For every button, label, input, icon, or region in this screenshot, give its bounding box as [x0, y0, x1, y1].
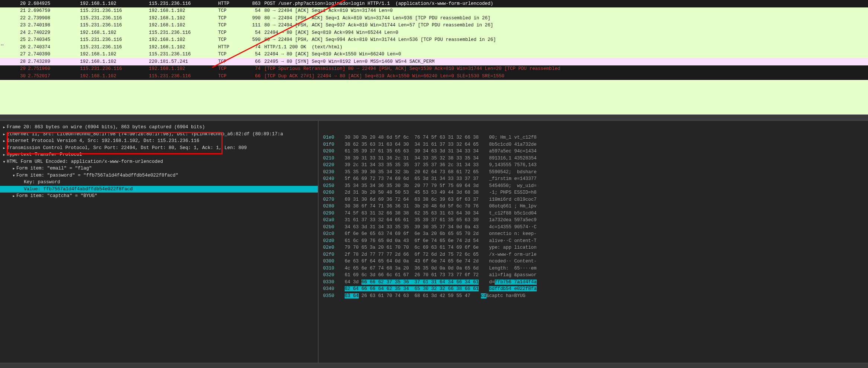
col-protocol: TCP — [218, 66, 244, 71]
hex-row[interactable]: 03006e 63 6f 64 65 64 0d 0a 43 6f 6e 74 … — [323, 258, 868, 265]
col-source: 115.231.236.116 — [80, 37, 149, 42]
hex-row[interactable]: 029074 5f 63 31 32 66 38 38 62 35 63 31 … — [323, 210, 868, 217]
hex-ascii: 891316,1 43528354 — [489, 156, 537, 161]
hex-offset: 0230 — [323, 170, 338, 175]
hex-row[interactable]: 02602d 31 3b 20 50 48 50 53 45 53 53 49 … — [323, 189, 868, 196]
col-protocol: HTTP — [218, 1, 244, 6]
col-no: 23 — [7, 23, 28, 28]
packet-row[interactable]: 282.743289192.168.1.102220.181.57.241TCP… — [0, 58, 868, 65]
hex-ascii: 5454650; wy_uid= — [489, 183, 537, 188]
tree-form-password[interactable]: ▾Form item: "password" = "ffb7567a1d4f4a… — [0, 172, 318, 179]
hex-row[interactable]: 01e030 30 3b 20 48 6d 5f 6c 76 74 5f 63 … — [323, 134, 868, 141]
hex-row[interactable]: 02c06f 6e 6e 65 63 74 69 6f 6e 3a 20 6b … — [323, 230, 868, 238]
tree-ethernet[interactable]: ▸Ethernet II, Src: LiteonTechno_8d:1f:98… — [0, 131, 318, 138]
hex-row[interactable]: 033064 3d 66 66 62 37 35 36 37 61 31 64 … — [323, 279, 868, 286]
tree-ip[interactable]: ▸Internet Protocol Version 4, Src: 192.1… — [0, 138, 318, 145]
hex-bytes: 35 35 39 30 35 34 32 3b 20 62 64 73 68 6… — [345, 170, 479, 175]
hex-ascii: 9,143555 7576,143 — [489, 162, 537, 168]
col-info: 80 → 22494 [PSH, ACK] Seq=1 Ack=810 Win=… — [263, 16, 868, 21]
hex-offset: 0310 — [323, 266, 338, 271]
col-info: 22495 → 80 [SYN] Seq=0 Win=8192 Len=0 MS… — [263, 59, 868, 64]
hex-ascii: 8b5c1cd0 41a732de — [489, 142, 537, 147]
col-info: [TCP Spurious Retransmission] 80 → 22494… — [263, 66, 868, 71]
hex-row[interactable]: 035063 64 26 63 61 70 74 63 68 61 3d 42 … — [323, 293, 868, 300]
packet-row[interactable]: 272.740390192.168.1.102115.231.236.116TC… — [0, 51, 868, 58]
hex-row[interactable]: 025035 34 35 34 36 35 30 3b 20 77 79 5f … — [323, 183, 868, 190]
hex-row[interactable]: 03104c 65 6e 67 74 68 3a 20 36 35 0d 0a … — [323, 265, 868, 272]
col-length: 66 — [244, 59, 263, 64]
hex-row[interactable]: 01f038 62 35 63 31 63 64 30 34 31 61 37 … — [323, 141, 868, 148]
hex-row[interactable]: 02405f 66 69 72 73 74 69 6d 65 3d 31 34 … — [323, 175, 868, 183]
packet-row[interactable]: 202.684925192.168.1.102115.231.236.116HT… — [0, 0, 868, 7]
packet-row[interactable]: 212.696759115.231.236.116192.168.1.102TC… — [0, 7, 868, 15]
col-time: 2.696759 — [28, 8, 80, 13]
caret-down-icon: ▾ — [1, 159, 7, 165]
hex-ascii: 4c=14355 90574··C — [489, 225, 537, 230]
hex-row[interactable]: 02e079 70 65 3a 20 61 70 70 6c 69 63 61 … — [323, 244, 868, 251]
col-info: 80 → 22494 [PSH, ACK] Seq=994 Ack=810 Wi… — [263, 37, 868, 42]
tree-http[interactable]: ▸Hypertext Transfer Protocol — [0, 151, 318, 158]
caret-right-icon: ▸ — [11, 193, 16, 199]
col-source: 192.168.1.102 — [80, 1, 149, 6]
tree-tcp[interactable]: ▸Transmission Control Protocol, Src Port… — [0, 145, 318, 152]
hex-offset: 02e0 — [323, 245, 338, 250]
col-destination: 192.168.1.102 — [149, 23, 218, 28]
hex-offset: 0340 — [323, 286, 338, 291]
col-destination: 192.168.1.102 — [149, 8, 218, 13]
packet-bytes-pane[interactable]: 01e030 30 3b 20 48 6d 5f 6c 76 74 5f 63 … — [318, 121, 868, 363]
col-protocol: TCP — [218, 16, 244, 21]
col-info: 22494 → 80 [ACK] Seq=810 Ack=1550 Win=66… — [263, 52, 868, 57]
tree-form-email[interactable]: ▸Form item: "email" = "flag" — [0, 165, 318, 172]
caret-down-icon: ▾ — [11, 172, 16, 178]
col-length: 74 — [244, 45, 263, 50]
hex-ascii: t_c12f88 b5c1cd04 — [489, 211, 537, 216]
hex-row[interactable]: 02d061 6c 69 76 65 0d 0a 43 6f 6e 74 65 … — [323, 238, 868, 245]
hex-bytes: 39 2c 31 34 33 35 35 35 37 35 37 36 2c 3… — [345, 162, 479, 168]
col-time: 2.740345 — [28, 37, 80, 42]
hex-row[interactable]: 02b034 63 3d 31 34 33 35 35 39 30 35 37 … — [323, 224, 868, 231]
hex-offset: 0330 — [323, 280, 338, 285]
col-source: 115.231.236.116 — [80, 66, 149, 71]
hex-row[interactable]: 027069 31 30 6d 69 36 72 64 63 38 6c 39 … — [323, 196, 868, 203]
hex-row[interactable]: 034062 64 66 66 64 62 35 34 65 30 32 32 … — [323, 285, 868, 293]
packet-row[interactable]: 252.740345115.231.236.116192.168.1.102TC… — [0, 36, 868, 44]
hex-row[interactable]: 022039 2c 31 34 33 35 35 35 37 35 37 36 … — [323, 162, 868, 169]
marker-arrow-icon: ↤ — [1, 42, 4, 48]
col-no: 22 — [7, 16, 28, 21]
hex-row[interactable]: 032061 69 6c 3d 66 6c 61 67 26 70 61 73 … — [323, 272, 868, 279]
tree-value-password[interactable]: Value: ffb7567a1d4f4abdffdb54e022f8facd — [0, 186, 318, 193]
hex-offset: 0270 — [323, 197, 338, 202]
packet-details-pane[interactable]: ▸Frame 20: 863 bytes on wire (6904 bits)… — [0, 121, 318, 363]
hex-row[interactable]: 021038 39 31 33 31 36 2c 31 34 33 35 32 … — [323, 155, 868, 162]
packet-row[interactable]: 242.740229192.168.1.102115.231.236.116TC… — [0, 29, 868, 36]
col-destination: 115.231.236.116 — [149, 52, 218, 57]
hex-offset: 02c0 — [323, 231, 338, 236]
packet-row[interactable]: 262.740374115.231.236.116192.168.1.102HT… — [0, 43, 868, 51]
packet-row[interactable]: 222.739908115.231.236.116192.168.1.102TC… — [0, 14, 868, 22]
hex-row[interactable]: 02a031 61 37 33 32 64 65 61 35 39 37 61 … — [323, 217, 868, 224]
hex-bytes: 35 34 35 34 36 35 30 3b 20 77 79 5f 75 6… — [345, 183, 479, 188]
tree-form-captcha[interactable]: ▸Form item: "captcha" = "BYUG" — [0, 193, 318, 200]
tree-key-password[interactable]: Key: password — [0, 179, 318, 186]
packet-list-pane[interactable]: 202.684925192.168.1.102115.231.236.116HT… — [0, 0, 868, 114]
tree-form-header[interactable]: ▾HTML Form URL Encoded: application/x-ww… — [0, 158, 318, 165]
hex-row[interactable]: 020061 35 39 37 61 35 65 63 39 34 63 3d … — [323, 148, 868, 155]
hex-row[interactable]: 02f02f 78 2d 77 77 77 2d 66 6f 72 6d 2d … — [323, 251, 868, 258]
hex-row[interactable]: 028030 38 6f 74 71 36 36 31 3b 20 48 6d … — [323, 203, 868, 210]
tree-frame[interactable]: ▸Frame 20: 863 bytes on wire (6904 bits)… — [0, 124, 318, 131]
hex-ascii: bdffdb54 e022f8fa — [489, 286, 537, 291]
packet-row[interactable]: 302.752017192.168.1.102115.231.236.116TC… — [0, 72, 868, 80]
col-destination: 192.168.1.102 — [149, 37, 218, 42]
packet-row[interactable]: 292.751960115.231.236.116192.168.1.102TC… — [0, 65, 868, 73]
packet-list-hscroll[interactable] — [0, 114, 868, 120]
hex-row[interactable]: 023035 35 39 30 35 34 32 3b 20 62 64 73 … — [323, 169, 868, 176]
col-info: 80 → 22494 [ACK] Seq=1 Ack=810 Win=31744… — [263, 8, 868, 13]
bottom-hscroll[interactable] — [0, 363, 868, 368]
packet-row[interactable]: 232.740198115.231.236.116192.168.1.102TC… — [0, 22, 868, 29]
col-info: HTTP/1.1 200 OK (text/html) — [263, 45, 868, 50]
hex-bytes: 38 39 31 33 31 36 2c 31 34 33 35 32 38 3… — [345, 156, 479, 161]
hex-bytes: 4c 65 6e 67 74 68 3a 20 36 35 0d 0a 0d 0… — [345, 266, 479, 271]
col-length: 54 — [244, 52, 263, 57]
col-time: 2.684925 — [28, 1, 80, 6]
col-destination: 192.168.1.102 — [149, 16, 218, 21]
